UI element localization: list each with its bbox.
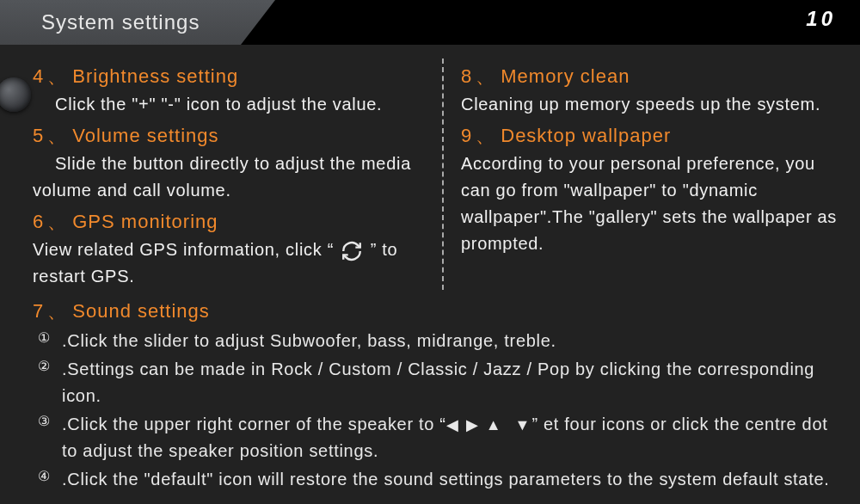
section-heading-wallpaper: 9、Desktop wallpaper [461, 121, 843, 151]
content-area: 4、Brightness setting Click the "+" "-" i… [33, 52, 843, 504]
sound-note-4: ④Click the "default" icon will restore t… [33, 466, 843, 493]
section-heading-gps: 6、GPS monitoring [33, 207, 428, 237]
section-body-memory: Cleaning up memory speeds up the system. [461, 91, 843, 118]
sound-note-1: ①Click the slider to adjust Subwoofer, b… [33, 328, 843, 354]
page-number: 10 [806, 7, 836, 31]
circled-2-icon: ② [34, 358, 53, 377]
page-title: System settings [0, 10, 200, 34]
section-body-wallpaper: According to your personal preference, y… [461, 151, 843, 257]
section-heading-brightness: 4、Brightness setting [33, 62, 428, 91]
circled-1-icon: ① [34, 329, 53, 348]
section-body-brightness: Click the "+" "-" icon to adjust the val… [33, 91, 428, 118]
arrow-icons: ◀ ▶ ▲ ▼ [446, 416, 532, 433]
circled-3-icon: ③ [34, 413, 53, 432]
right-column: 8、Memory clean Cleaning up memory speeds… [442, 58, 843, 290]
circled-4-icon: ④ [34, 468, 53, 487]
section-heading-memory: 8、Memory clean [461, 62, 843, 91]
section-body-gps: View related GPS information, click “ ” … [33, 237, 428, 290]
sound-note-2: ②Settings can be made in Rock / Custom /… [33, 356, 843, 409]
sound-note-3: ③Click the upper right corner of the spe… [33, 411, 843, 464]
section-sound: 7、Sound settings ①Click the slider to ad… [33, 297, 843, 493]
section-body-volume: Slide the button directly to adjust the … [33, 151, 428, 204]
left-column: 4、Brightness setting Click the "+" "-" i… [33, 58, 442, 290]
side-bezel [0, 52, 34, 504]
section-heading-sound: 7、Sound settings [33, 297, 843, 326]
sound-notes-list: ①Click the slider to adjust Subwoofer, b… [33, 328, 843, 493]
knob-icon [0, 77, 31, 112]
header-bar: System settings 10 [0, 0, 860, 45]
section-heading-volume: 5、Volume settings [33, 121, 428, 151]
refresh-icon [341, 240, 363, 262]
